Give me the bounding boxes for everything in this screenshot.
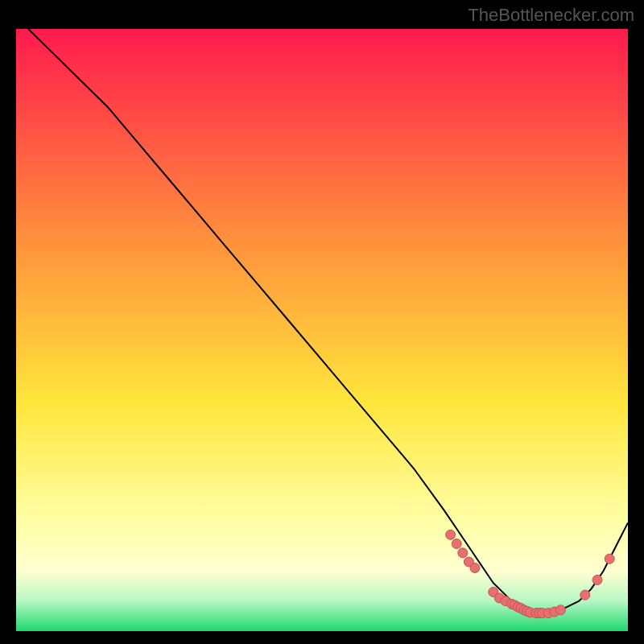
data-dot	[605, 554, 614, 564]
data-dot	[555, 605, 565, 615]
data-dot	[470, 564, 480, 573]
chart-plot-area	[16, 29, 628, 631]
data-dot	[452, 539, 461, 549]
gradient-background	[16, 29, 628, 631]
chart-svg	[16, 29, 628, 631]
data-dot	[446, 530, 456, 539]
data-dot	[458, 548, 468, 558]
watermark-text: TheBottlenecker.com	[468, 5, 634, 26]
data-dot	[580, 590, 590, 600]
chart-stage: TheBottlenecker.com	[0, 0, 644, 644]
data-dot	[592, 575, 602, 584]
